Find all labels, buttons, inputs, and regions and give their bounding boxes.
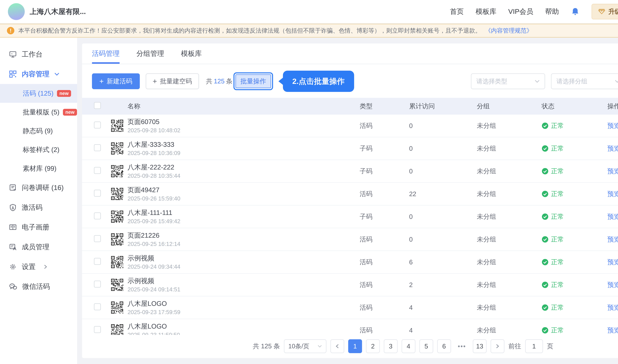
batch-create-empty-button[interactable]: +批量建空码	[146, 73, 199, 89]
batch-operations-button[interactable]: 批量操作	[235, 74, 271, 88]
row-date: 2025-09-23 11:59:50	[128, 331, 180, 335]
sidebar-item-members[interactable]: 成员管理	[0, 237, 77, 257]
column-header-status: 状态	[542, 102, 607, 111]
sidebar-item-content-management[interactable]: 内容管理	[0, 64, 77, 84]
row-checkbox[interactable]	[94, 212, 101, 219]
row-status: 正常	[542, 121, 607, 130]
row-status: 正常	[542, 281, 607, 289]
content-policy-link[interactable]: 《内容管理规范》	[485, 27, 533, 35]
page-button-13[interactable]: 13	[473, 339, 487, 353]
row-checkbox[interactable]	[94, 326, 101, 333]
sidebar-item-static-codes[interactable]: 静态码 (9)	[0, 122, 77, 140]
row-name: 八木屋LOGO	[128, 322, 180, 331]
row-action-preview[interactable]: 预览	[607, 281, 618, 289]
page-button-4[interactable]: 4	[402, 339, 416, 353]
nav-template-library[interactable]: 模板库	[476, 7, 496, 16]
type-filter-select[interactable]: 请选择类型	[471, 73, 545, 89]
page-button-5[interactable]: 5	[419, 339, 433, 353]
tab-live-code-management[interactable]: 活码管理	[92, 43, 120, 64]
sidebar-item-activation-code[interactable]: 激活码	[0, 198, 77, 217]
row-actions: 预览下载分享编辑更多	[607, 190, 618, 198]
row-action-preview[interactable]: 预览	[607, 303, 618, 312]
page-button-6[interactable]: 6	[437, 339, 451, 353]
row-checkbox[interactable]	[94, 235, 101, 242]
notification-bell-icon[interactable]	[571, 7, 580, 16]
row-group: 未分组	[477, 121, 542, 130]
sidebar-item-survey[interactable]: 问卷调研 (16)	[0, 178, 77, 198]
sidebar-item-workbench[interactable]: 工作台	[0, 44, 77, 64]
tab-template-library[interactable]: 模板库	[181, 43, 202, 64]
chevron-right-icon	[496, 344, 499, 349]
row-action-preview[interactable]: 预览	[607, 235, 618, 244]
next-page-button[interactable]	[491, 339, 504, 353]
row-checkbox[interactable]	[94, 281, 101, 287]
nav-help[interactable]: 帮助	[545, 7, 559, 16]
qr-thumbnail	[111, 256, 124, 269]
tab-group-management[interactable]: 分组管理	[136, 43, 164, 64]
group-filter-select[interactable]: 请选择分组	[551, 73, 618, 89]
row-type: 活码	[360, 235, 409, 244]
nav-vip[interactable]: VIP会员	[508, 7, 533, 16]
row-action-preview[interactable]: 预览	[607, 258, 618, 266]
row-checkbox[interactable]	[94, 167, 101, 174]
row-action-preview[interactable]: 预览	[607, 326, 618, 335]
row-action-preview[interactable]: 预览	[607, 121, 618, 130]
page-button-1[interactable]: 1	[348, 339, 362, 353]
row-group: 未分组	[477, 303, 542, 312]
row-action-preview[interactable]: 预览	[607, 167, 618, 176]
row-checkbox[interactable]	[94, 258, 101, 265]
total-count-text: 共125条	[206, 77, 232, 86]
sidebar-item-label-styles[interactable]: 标签样式 (2)	[0, 140, 77, 159]
anti-fraud-banner: ! 本平台积极配合警方反诈工作！应公安部要求，我们将对生成的内容进行检测，如发现…	[0, 24, 618, 38]
nav-home[interactable]: 首页	[450, 7, 464, 16]
table-header: 名称 类型 累计访问 分组 状态 操作	[82, 98, 618, 115]
sidebar-item-settings[interactable]: 设置	[0, 257, 77, 277]
row-status: 正常	[542, 235, 607, 244]
select-all-checkbox[interactable]	[94, 102, 101, 109]
row-actions: 预览下载分享编辑更多	[607, 326, 618, 335]
row-action-preview[interactable]: 预览	[607, 212, 618, 221]
upgrade-renew-button[interactable]: 升级/续费	[591, 4, 618, 19]
status-check-icon	[542, 190, 549, 197]
row-group: 未分组	[477, 326, 542, 335]
row-checkbox[interactable]	[94, 190, 101, 197]
toolbar: +新建活码 +批量建空码 共125条 批量操作 2.点击批量操作 请选择类型 请…	[82, 64, 618, 98]
row-action-preview[interactable]: 预览	[607, 144, 618, 153]
row-actions: 预览下载分享编辑更多	[607, 303, 618, 312]
warning-icon: !	[7, 27, 14, 34]
sidebar-item-ebook[interactable]: 电子画册	[0, 217, 77, 237]
sidebar-item-wechat-qr[interactable]: 微信活码	[0, 277, 77, 297]
row-name: 页面60705	[128, 117, 180, 126]
goto-page-input[interactable]: 1	[525, 339, 543, 353]
row-date: 2025-09-24 09:34:44	[128, 263, 180, 270]
row-type: 活码	[360, 281, 409, 289]
row-status: 正常	[542, 167, 607, 176]
row-name: 八木屋-111-111	[128, 208, 180, 217]
status-check-icon	[542, 281, 549, 288]
sidebar-item-material-library[interactable]: 素材库 (99)	[0, 159, 77, 178]
sidebar-item-batch-templates[interactable]: 批量模版 (5) new	[0, 103, 77, 122]
row-checkbox[interactable]	[94, 144, 101, 151]
row-actions: 预览下载分享编辑更多	[607, 281, 618, 289]
qr-grid-icon	[9, 70, 17, 78]
row-visits: 0	[409, 236, 477, 243]
row-name: 八木屋-222-222	[128, 163, 180, 171]
row-group: 未分组	[477, 235, 542, 244]
new-badge: new	[57, 90, 71, 97]
column-header-name: 名称	[111, 102, 360, 111]
sidebar-item-live-codes[interactable]: 活码 (125) new	[0, 84, 77, 103]
row-group: 未分组	[477, 258, 542, 266]
new-live-code-button[interactable]: +新建活码	[92, 73, 140, 89]
page-size-select[interactable]: 10条/页	[284, 339, 326, 353]
row-checkbox[interactable]	[94, 303, 101, 310]
row-visits: 0	[409, 168, 477, 175]
row-type: 活码	[360, 326, 409, 335]
wechat-icon	[9, 283, 17, 290]
page-ellipsis: •••	[455, 339, 469, 353]
row-checkbox[interactable]	[94, 122, 101, 129]
page-button-3[interactable]: 3	[384, 339, 398, 353]
row-type: 子码	[360, 144, 409, 153]
prev-page-button[interactable]	[330, 339, 344, 353]
row-action-preview[interactable]: 预览	[607, 190, 618, 198]
page-button-2[interactable]: 2	[366, 339, 380, 353]
